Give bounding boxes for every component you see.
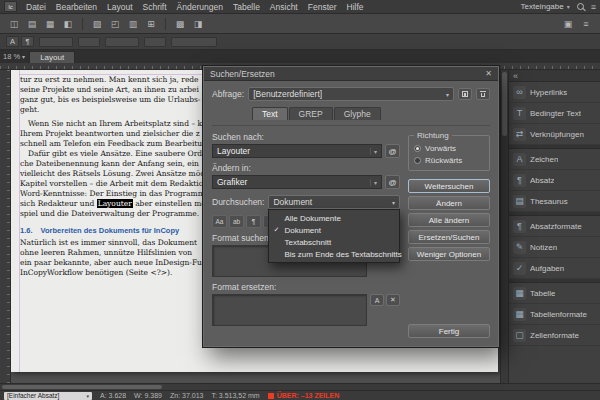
special-chars-change-button[interactable]: @ bbox=[385, 175, 400, 189]
toolbar-icon-10[interactable]: ◨ bbox=[190, 17, 206, 31]
control-bar: A¶ bbox=[0, 34, 600, 50]
horizontal-scrollbar[interactable] bbox=[0, 383, 600, 390]
find-input[interactable]: Layouter ▾ bbox=[212, 144, 382, 158]
query-select[interactable]: [Benutzerdefiniert] ▾ bbox=[248, 87, 454, 101]
close-icon[interactable]: ✕ bbox=[485, 69, 492, 78]
panel-tab-bedingter-text[interactable]: TBedingter Text bbox=[509, 103, 600, 124]
control-widget[interactable] bbox=[144, 37, 166, 47]
panel-label: Absatzformate bbox=[530, 222, 582, 231]
menu-ansicht[interactable]: Ansicht bbox=[265, 2, 303, 12]
toolbar-icon-4[interactable]: ◧ bbox=[60, 17, 76, 31]
toolbar-right-icon-1[interactable]: ▣ bbox=[560, 17, 576, 31]
scope-option-dokument[interactable]: ✓Dokument bbox=[269, 224, 399, 236]
menu-tabelle[interactable]: Tabelle bbox=[228, 2, 265, 12]
control-widget[interactable] bbox=[171, 37, 217, 47]
dialog-title-bar[interactable]: Suchen/Ersetzen ✕ bbox=[204, 67, 498, 81]
menu-bearbeiten[interactable]: Bearbeiten bbox=[51, 2, 102, 12]
dialog-left-column: Suchen nach: Layouter ▾ @ Ändern in: Gra… bbox=[212, 130, 400, 338]
tab-grep[interactable]: GREP bbox=[289, 107, 333, 120]
specify-change-format-button[interactable]: A bbox=[370, 294, 384, 306]
panel-tab-thesaurus[interactable]: ▤Thesaurus bbox=[509, 191, 600, 212]
panel-tab-notizen[interactable]: ✎Notizen bbox=[509, 237, 600, 258]
done-button[interactable]: Fertig bbox=[408, 324, 490, 338]
scope-option-alle-dokumente[interactable]: Alle Dokumente bbox=[269, 212, 399, 224]
clear-change-format-button[interactable]: ✕ bbox=[386, 294, 400, 306]
panel-tab-zellenformate[interactable]: ▢Zellenformate bbox=[509, 325, 600, 346]
copyfit-stats: A: 3.628W: 9.389Zn: 37.013T: 3.513,52 mm bbox=[100, 392, 260, 399]
weitersuchen-button[interactable]: Weitersuchen bbox=[408, 179, 490, 193]
control-mode-icon-2[interactable]: ¶ bbox=[21, 36, 34, 47]
aufgaben-icon: ✓ bbox=[513, 262, 526, 275]
delete-query-icon[interactable] bbox=[476, 88, 490, 100]
toolbar-icon-5[interactable]: ▧ bbox=[89, 17, 105, 31]
panel-tab-tabellenformate[interactable]: ▦Tabellenformate bbox=[509, 304, 600, 325]
toolbar-right-icons: ▣≡ bbox=[560, 17, 594, 31]
horizontal-scroll-thumb[interactable] bbox=[2, 385, 162, 389]
tab-glyphe[interactable]: Glyphe bbox=[334, 107, 381, 120]
panel-tab-verknupfungen[interactable]: ⇄Verknüpfungen bbox=[509, 124, 600, 145]
panel-tab-absatzformate[interactable]: ¶Absatzformate bbox=[509, 216, 600, 237]
tab-text[interactable]: Text bbox=[252, 107, 288, 120]
workspace-switcher[interactable]: Texteingabe ▾ bbox=[521, 2, 570, 11]
search-option-toggle-1[interactable]: Aa bbox=[212, 215, 227, 228]
menu-datei[interactable]: Datei bbox=[21, 2, 51, 12]
control-widget[interactable] bbox=[78, 37, 100, 47]
format-change-row: A✕ bbox=[212, 294, 400, 326]
vertical-ruler[interactable] bbox=[0, 70, 11, 383]
radio-label: Rückwärts bbox=[425, 156, 462, 165]
menu-anderungen[interactable]: Änderungen bbox=[172, 2, 228, 12]
menu-hilfe[interactable]: Hilfe bbox=[342, 2, 369, 12]
search-option-toggle-3[interactable]: ¶ bbox=[246, 215, 261, 228]
andern-button[interactable]: Ändern bbox=[408, 196, 490, 210]
menu-schrift[interactable]: Schrift bbox=[138, 2, 172, 12]
toolbar-icon-2[interactable]: ▤ bbox=[24, 17, 40, 31]
control-widget[interactable] bbox=[105, 37, 139, 47]
panel-label: Verknüpfungen bbox=[530, 130, 584, 139]
app-icon[interactable]: Ic bbox=[4, 1, 17, 12]
chevron-down-icon[interactable]: ▾ bbox=[370, 179, 377, 186]
weniger-optionen-button[interactable]: Weniger Optionen bbox=[408, 247, 490, 261]
menu-layout[interactable]: Layout bbox=[102, 2, 138, 12]
tabelle-icon: ▦ bbox=[513, 287, 526, 300]
toolbar-icon-1[interactable]: ◫ bbox=[6, 17, 22, 31]
control-mode-icon-1[interactable]: A bbox=[6, 36, 19, 47]
toolbar-icon-8[interactable]: ⊞ bbox=[143, 17, 159, 31]
panel-tab-tabelle[interactable]: ▦Tabelle bbox=[509, 283, 600, 304]
paragraph-style-dropdown[interactable]: [Einfacher Absatz] ▾ bbox=[4, 392, 92, 400]
direction-option-ruckwarts[interactable]: Rückwärts bbox=[414, 154, 484, 166]
vertical-scrollbar[interactable] bbox=[500, 70, 508, 383]
toolbar-icon-9[interactable]: ▩ bbox=[172, 17, 188, 31]
chevron-down-icon[interactable]: ▾ bbox=[370, 148, 377, 155]
special-chars-find-button[interactable]: @ bbox=[385, 144, 400, 158]
panel-tab-aufgaben[interactable]: ✓Aufgaben bbox=[509, 258, 600, 279]
toolbar-icon-3[interactable]: ▦ bbox=[42, 17, 58, 31]
vertical-scroll-thumb[interactable] bbox=[502, 72, 507, 136]
search-scope-select[interactable]: Dokument ▾ Alle Dokumente✓DokumentTextab… bbox=[268, 195, 400, 209]
dock-collapse-button[interactable]: « bbox=[509, 70, 600, 82]
search-icon[interactable] bbox=[577, 3, 584, 10]
change-input[interactable]: Grafiker ▾ bbox=[212, 175, 382, 189]
scope-option-bis-zum-ende-des-textabschnitts[interactable]: Bis zum Ende des Textabschnitts bbox=[269, 248, 399, 260]
alle-andern-button[interactable]: Alle ändern bbox=[408, 213, 490, 227]
ersetzen-suchen-button[interactable]: Ersetzen/Suchen bbox=[408, 230, 490, 244]
tab-layout[interactable]: Layout bbox=[29, 51, 75, 63]
panel-label: Hyperlinks bbox=[530, 88, 567, 97]
zoom-level[interactable]: 18 % ▾ bbox=[3, 52, 25, 63]
direction-option-vorwarts[interactable]: Vorwärts bbox=[414, 142, 484, 154]
menu-fenster[interactable]: Fenster bbox=[303, 2, 342, 12]
toolbar-icon-6[interactable]: ◰ bbox=[107, 17, 123, 31]
search-option-toggle-2[interactable]: ab bbox=[229, 215, 244, 228]
panel-tab-absatz[interactable]: ¶Absatz bbox=[509, 170, 600, 191]
direction-radios: VorwärtsRückwärts bbox=[414, 142, 484, 166]
control-widget[interactable] bbox=[39, 37, 73, 47]
format-change-box[interactable] bbox=[212, 294, 367, 326]
toolbar-right-icon-2[interactable]: ≡ bbox=[578, 17, 594, 31]
story-text[interactable]: tur zu erst zu nehmen. Man kennt sich ja… bbox=[20, 75, 210, 278]
panel-menu-icon[interactable]: ≡ bbox=[591, 2, 596, 12]
scope-option-textabschnitt[interactable]: Textabschnitt bbox=[269, 236, 399, 248]
panel-tab-zeichen[interactable]: AZeichen bbox=[509, 149, 600, 170]
collapse-icon: « bbox=[513, 71, 518, 81]
toolbar-icon-7[interactable]: ▥ bbox=[125, 17, 141, 31]
save-query-icon[interactable] bbox=[458, 88, 472, 100]
panel-tab-hyperlinks[interactable]: ∞Hyperlinks bbox=[509, 82, 600, 103]
